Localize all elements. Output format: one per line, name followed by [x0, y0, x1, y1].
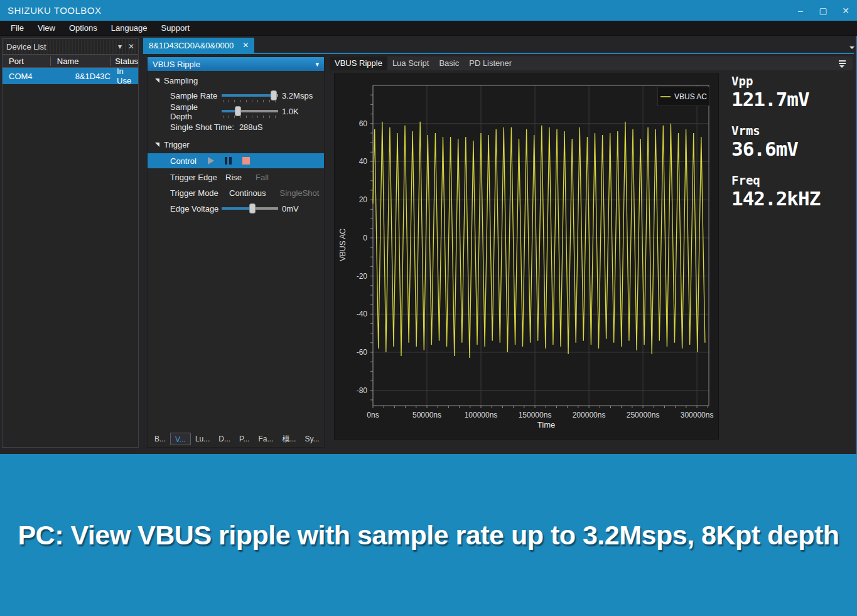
sample-rate-row: Sample Rate 3.2Msps — [148, 88, 324, 104]
trigger-mode-row: Trigger Mode Continous SingleShot — [148, 185, 324, 201]
properties-panel: VBUS Ripple ▾ Sampling Sample Rate 3.2Ms… — [147, 57, 325, 448]
vrms-value: 36.6mV — [731, 138, 820, 160]
plot-frame — [373, 85, 709, 406]
mini-tab-basic[interactable]: B... — [150, 433, 170, 445]
measurement-readings: Vpp 121.7mV Vrms 36.6mV Freq 142.2kHZ — [731, 74, 820, 223]
vpp-label: Vpp — [731, 74, 820, 88]
menu-view[interactable]: View — [31, 21, 62, 36]
mini-tab-mo[interactable]: 模... — [278, 433, 300, 445]
panel-close-icon[interactable]: ✕ — [128, 42, 134, 51]
y-tick-label: -40 — [357, 310, 368, 318]
minimize-icon[interactable]: – — [789, 0, 812, 21]
sampling-section-header[interactable]: Sampling — [148, 73, 324, 88]
column-port[interactable]: Port — [3, 57, 51, 66]
column-name[interactable]: Name — [51, 57, 111, 66]
freq-value: 142.2kHZ — [731, 187, 820, 210]
sampling-section-label: Sampling — [164, 76, 198, 85]
document-tab-label: 8&1D43CD0A&0&0000 — [149, 41, 234, 50]
vbus-ac-waveform — [373, 122, 705, 358]
expander-icon — [155, 143, 159, 147]
trigger-edge-label: Trigger Edge — [170, 173, 225, 182]
vpp-reading: Vpp 121.7mV — [731, 74, 820, 111]
device-list-header: Device List ▾ ✕ — [3, 39, 138, 54]
menu-support[interactable]: Support — [154, 21, 197, 36]
edge-voltage-slider[interactable] — [222, 202, 278, 216]
workspace-panel: VBUS Ripple Lua Script Basic PD Listener… — [330, 57, 853, 448]
sample-rate-slider[interactable] — [222, 89, 278, 103]
stop-icon[interactable] — [242, 157, 250, 165]
y-tick-label: -20 — [357, 272, 368, 281]
x-tick-label: 100000ns — [465, 411, 498, 419]
edge-voltage-value: 0mV — [282, 204, 299, 213]
tab-close-icon[interactable]: ✕ — [242, 41, 249, 50]
mini-tab-fa[interactable]: Fa... — [254, 433, 278, 445]
menu-bar: File View Options Language Support — [0, 21, 857, 36]
play-icon[interactable] — [208, 157, 214, 165]
workspace-tab-bar: VBUS Ripple Lua Script Basic PD Listener — [330, 57, 853, 70]
y-tick-label: 20 — [359, 195, 368, 204]
sample-depth-slider[interactable] — [222, 105, 278, 119]
slider-thumb[interactable] — [235, 106, 241, 116]
maximize-icon[interactable]: ▢ — [812, 0, 834, 21]
menu-language[interactable]: Language — [104, 21, 154, 36]
trigger-edge-fall-option[interactable]: Fall — [256, 173, 269, 182]
device-list-panel: Device List ▾ ✕ Port Name Status COM4 8&… — [2, 38, 139, 448]
menu-options[interactable]: Options — [62, 21, 104, 36]
device-table-header: Port Name Status — [3, 54, 138, 68]
edge-voltage-label: Edge Voltage — [170, 204, 222, 213]
trigger-mode-label: Trigger Mode — [170, 188, 229, 198]
sample-rate-label: Sample Rate — [170, 91, 222, 100]
pause-icon[interactable] — [225, 157, 232, 165]
banner-text: PC: View VBUS ripple with sample rate up… — [18, 520, 839, 551]
active-tab-underline — [143, 53, 854, 54]
x-axis-label: Time — [335, 420, 720, 430]
combobox-caret-icon: ▾ — [315, 60, 319, 68]
edge-voltage-row: Edge Voltage 0mV — [148, 201, 324, 217]
tab-vbus-ripple[interactable]: VBUS Ripple — [330, 57, 387, 70]
chart-canvas[interactable]: 6040200-20-40-60-800ns50000ns100000ns150… — [335, 74, 720, 440]
workspace-menu-icon[interactable] — [838, 60, 846, 67]
single-shot-row: Single Shot Time: 288uS — [148, 119, 324, 135]
x-tick-label: 50000ns — [412, 411, 441, 419]
x-tick-label: 250000ns — [627, 411, 660, 419]
document-tab[interactable]: 8&1D43CD0A&0&0000 ✕ — [143, 38, 254, 53]
trigger-section-header[interactable]: Trigger — [148, 137, 324, 152]
y-tick-label: -80 — [357, 386, 368, 395]
menu-file[interactable]: File — [4, 21, 31, 36]
single-shot-value: 288uS — [239, 122, 263, 132]
signal-select-combobox[interactable]: VBUS Ripple ▾ — [148, 57, 324, 71]
x-tick-label: 200000ns — [573, 411, 606, 419]
mini-tab-lua[interactable]: Lu... — [191, 433, 214, 445]
slider-thumb[interactable] — [271, 90, 277, 100]
mini-tab-d[interactable]: D... — [214, 433, 235, 445]
properties-bottom-tabs: B... V... Lu... D... P... Fa... 模... Sy.… — [150, 433, 324, 445]
y-tick-label: 0 — [363, 234, 367, 242]
device-name: 8&1D43C — [51, 72, 113, 81]
vrms-reading: Vrms 36.6mV — [731, 124, 820, 160]
slider-thumb[interactable] — [249, 203, 256, 213]
trigger-mode-singleshot-option[interactable]: SingleShot — [280, 188, 320, 198]
device-row[interactable]: COM4 8&1D43C In Use — [3, 68, 138, 84]
trigger-mode-continous-option[interactable]: Continous — [229, 188, 266, 198]
mini-tab-sy[interactable]: Sy... — [300, 433, 323, 445]
mini-tab-p[interactable]: P... — [235, 433, 254, 445]
freq-label: Freq — [731, 173, 820, 187]
legend-line-swatch — [660, 96, 671, 97]
x-tick-label: 300000ns — [681, 411, 714, 419]
sample-rate-value: 3.2Msps — [282, 91, 313, 100]
column-status[interactable]: Status — [111, 57, 138, 66]
mini-tab-vbus[interactable]: V... — [170, 433, 191, 445]
trigger-control-row[interactable]: Control — [148, 153, 324, 168]
trigger-edge-rise-option[interactable]: Rise — [225, 173, 242, 182]
y-axis-label: VBUS AC — [338, 223, 347, 267]
tab-pd-listener[interactable]: PD Listener — [464, 57, 517, 70]
window-title: SHIZUKU TOOLBOX — [0, 5, 101, 16]
close-icon[interactable]: ✕ — [834, 0, 857, 21]
tab-lua-script[interactable]: Lua Script — [387, 57, 434, 70]
panel-dropdown-icon[interactable]: ▾ — [118, 42, 122, 51]
freq-reading: Freq 142.2kHZ — [731, 173, 820, 210]
tab-basic[interactable]: Basic — [434, 57, 464, 70]
expander-icon — [155, 78, 159, 83]
sample-depth-value: 1.0K — [282, 107, 299, 116]
sample-depth-label: Sample Depth — [170, 102, 222, 121]
